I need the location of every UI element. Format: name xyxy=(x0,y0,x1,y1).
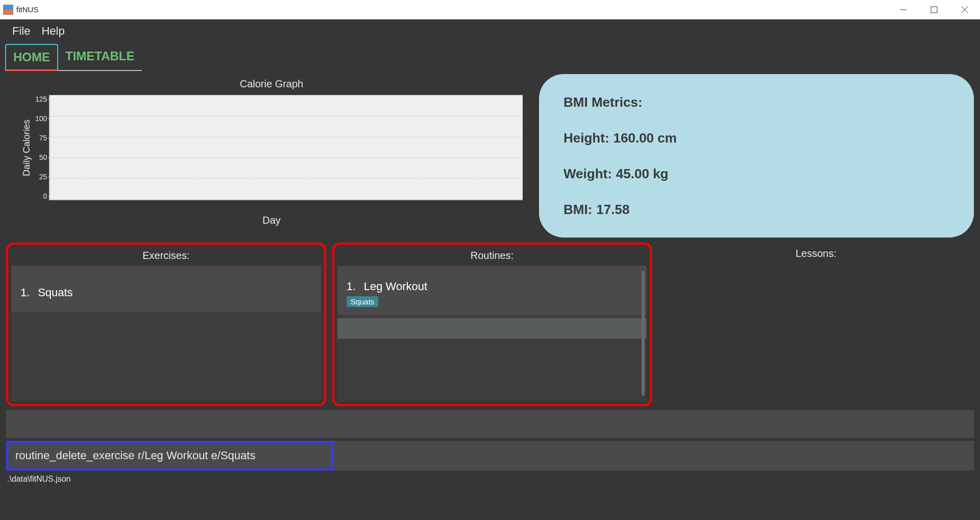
y-tick: 125 xyxy=(35,95,47,103)
tab-home[interactable]: HOME xyxy=(5,44,58,71)
menu-help[interactable]: Help xyxy=(41,25,64,38)
bmi-label: BMI: xyxy=(564,202,592,218)
item-name: Squats xyxy=(38,286,73,299)
item-name: Leg Workout xyxy=(364,280,427,293)
svg-rect-1 xyxy=(931,7,937,13)
list-item[interactable]: 1. Leg Workout Squats xyxy=(337,266,647,315)
tab-bar: HOME TIMETABLE xyxy=(0,44,980,71)
routine-tag: Squats xyxy=(347,296,379,307)
panels-row: Exercises: 1. Squats Routines: 1. xyxy=(6,243,974,406)
close-button[interactable] xyxy=(949,0,980,19)
close-icon xyxy=(961,6,968,13)
bmi-panel: BMI Metrics: Height: 160.00 cm Weight: 4… xyxy=(539,74,974,238)
bmi-value-row: BMI: 17.58 xyxy=(564,202,949,218)
routine-item-title: 1. Leg Workout xyxy=(347,280,638,293)
routines-panel: Routines: 1. Leg Workout Squats xyxy=(332,243,652,406)
status-bar: .\data\fitNUS.json xyxy=(6,470,974,486)
bmi-height-label: Height: xyxy=(564,130,609,146)
output-area xyxy=(6,410,974,438)
command-row xyxy=(6,441,974,470)
chart-ylabel: Daily Calories xyxy=(20,95,33,200)
chart-plot-area xyxy=(49,95,523,200)
chart-y-axis: 125 100 75 50 25 0 xyxy=(33,95,49,200)
maximize-button[interactable] xyxy=(919,0,949,19)
y-tick: 75 xyxy=(39,134,47,142)
bmi-height-row: Height: 160.00 cm xyxy=(564,130,949,146)
routines-title: Routines: xyxy=(337,248,647,266)
exercises-panel: Exercises: 1. Squats xyxy=(6,243,326,406)
chart-xlabel: Day xyxy=(262,215,281,226)
window-title: fitNUS xyxy=(16,5,38,14)
command-rest xyxy=(333,441,974,470)
item-index: 1. xyxy=(347,280,361,293)
app-body: File Help HOME TIMETABLE Calorie Graph D… xyxy=(0,19,980,520)
y-tick: 25 xyxy=(39,173,47,181)
title-left: fitNUS xyxy=(3,5,38,15)
tab-timetable[interactable]: TIMETABLE xyxy=(58,44,142,71)
title-bar: fitNUS xyxy=(0,0,980,19)
exercise-item-title: 1. Squats xyxy=(20,286,312,299)
bmi-height-value: 160.00 cm xyxy=(614,130,677,146)
scrollbar[interactable] xyxy=(642,271,645,396)
maximize-icon xyxy=(930,6,938,13)
bmi-weight-label: Weight: xyxy=(564,166,612,182)
bmi-value: 17.58 xyxy=(596,202,629,218)
y-tick: 50 xyxy=(39,153,47,161)
bmi-weight-value: 45.00 kg xyxy=(616,166,669,182)
minimize-icon xyxy=(900,6,907,13)
app-icon xyxy=(3,5,13,15)
list-item[interactable] xyxy=(337,318,647,339)
command-input[interactable] xyxy=(8,443,331,468)
menu-bar: File Help xyxy=(0,19,980,44)
lessons-list xyxy=(661,264,971,403)
content: Calorie Graph Daily Calories 125 100 75 … xyxy=(0,71,980,520)
lessons-title: Lessons: xyxy=(661,246,971,264)
chart-body: Daily Calories 125 100 75 50 25 0 xyxy=(20,95,523,200)
menu-file[interactable]: File xyxy=(12,25,30,38)
window-controls xyxy=(888,0,980,19)
chart-title: Calorie Graph xyxy=(20,78,523,90)
lessons-panel: Lessons: xyxy=(658,243,974,406)
item-index: 1. xyxy=(20,286,35,299)
bmi-title: BMI Metrics: xyxy=(564,94,949,110)
exercises-title: Exercises: xyxy=(11,248,321,266)
y-tick: 0 xyxy=(43,192,47,200)
top-row: Calorie Graph Daily Calories 125 100 75 … xyxy=(6,74,974,238)
routines-list: 1. Leg Workout Squats xyxy=(337,266,647,401)
y-tick: 100 xyxy=(35,114,47,123)
command-input-highlight xyxy=(6,441,333,470)
calorie-chart-panel: Calorie Graph Daily Calories 125 100 75 … xyxy=(6,74,523,238)
bmi-weight-row: Weight: 45.00 kg xyxy=(564,166,949,182)
minimize-button[interactable] xyxy=(888,0,919,19)
list-item[interactable]: 1. Squats xyxy=(11,266,321,312)
exercises-list: 1. Squats xyxy=(11,266,321,401)
